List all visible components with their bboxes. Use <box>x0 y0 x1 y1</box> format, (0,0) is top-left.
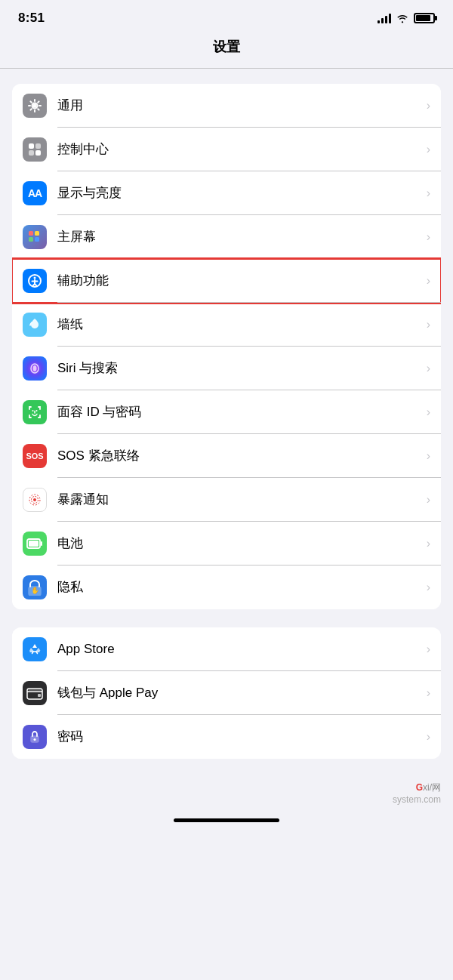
faceid-chevron: › <box>427 405 430 419</box>
faceid-label: 面容 ID 与密码 <box>57 403 422 421</box>
settings-item-exposure[interactable]: 暴露通知 › <box>12 478 441 522</box>
home-screen-label: 主屏幕 <box>57 228 422 245</box>
svg-rect-5 <box>35 150 41 156</box>
home-screen-chevron: › <box>427 230 430 244</box>
privacy-label: 隐私 <box>57 578 422 596</box>
battery-label: 电池 <box>57 535 422 552</box>
settings-item-wallpaper[interactable]: 墙纸 › <box>12 303 441 347</box>
wallet-icon <box>23 681 47 705</box>
settings-item-sos[interactable]: SOS SOS 紧急联络 › <box>12 434 441 478</box>
passwords-chevron: › <box>427 730 430 744</box>
sos-label: SOS 紧急联络 <box>57 447 422 464</box>
settings-group-1: 通用 › 控制中心 › AA 显示与亮度 › <box>12 84 441 609</box>
settings-item-siri[interactable]: Siri 与搜索 › <box>12 347 441 390</box>
general-chevron: › <box>427 99 430 112</box>
exposure-icon <box>23 488 47 512</box>
svg-rect-2 <box>29 143 34 149</box>
settings-item-display[interactable]: AA 显示与亮度 › <box>12 171 441 215</box>
siri-label: Siri 与搜索 <box>57 359 422 377</box>
sos-chevron: › <box>427 449 430 463</box>
svg-point-0 <box>33 103 37 107</box>
watermark: Gxi/网 system.com <box>393 781 441 805</box>
privacy-chevron: › <box>427 581 430 594</box>
general-icon <box>23 94 47 118</box>
status-time: 8:51 <box>18 11 45 26</box>
signal-icon <box>378 13 391 23</box>
wallet-label: 钱包与 Apple Pay <box>57 684 422 701</box>
accessibility-label: 辅助功能 <box>57 272 422 289</box>
svg-rect-25 <box>41 541 42 546</box>
wifi-icon <box>396 13 409 23</box>
svg-point-20 <box>33 498 36 501</box>
svg-point-17 <box>33 365 37 371</box>
privacy-icon: ✋ <box>23 575 47 599</box>
svg-rect-7 <box>35 231 39 236</box>
status-bar: 8:51 <box>0 0 453 30</box>
sos-icon: SOS <box>23 444 47 468</box>
wallet-chevron: › <box>427 686 430 700</box>
settings-item-wallet[interactable]: 钱包与 Apple Pay › <box>12 671 441 715</box>
accessibility-icon <box>23 269 47 293</box>
svg-point-11 <box>34 276 36 279</box>
display-chevron: › <box>427 186 430 200</box>
control-center-icon <box>23 137 47 162</box>
page-title: 设置 <box>0 30 453 68</box>
wallpaper-chevron: › <box>427 318 430 331</box>
exposure-chevron: › <box>427 493 430 507</box>
passwords-label: 密码 <box>57 728 422 745</box>
battery-settings-icon <box>23 532 47 556</box>
wallpaper-label: 墙纸 <box>57 316 422 333</box>
settings-item-general[interactable]: 通用 › <box>12 84 441 128</box>
display-label: 显示与亮度 <box>57 184 422 202</box>
settings-item-battery[interactable]: 电池 › <box>12 522 441 566</box>
svg-rect-29 <box>38 694 41 697</box>
svg-rect-9 <box>35 237 39 242</box>
settings-group-2: App Store › 钱包与 Apple Pay › 密码 › <box>12 627 441 759</box>
svg-rect-8 <box>29 237 33 242</box>
control-center-label: 控制中心 <box>57 140 422 158</box>
settings-item-control-center[interactable]: 控制中心 › <box>12 128 441 171</box>
faceid-icon <box>23 400 47 424</box>
home-screen-icon <box>23 225 47 249</box>
appstore-chevron: › <box>427 643 430 656</box>
svg-point-19 <box>36 410 38 411</box>
settings-item-appstore[interactable]: App Store › <box>12 627 441 671</box>
siri-icon <box>23 356 47 381</box>
display-icon: AA <box>23 181 47 205</box>
settings-item-accessibility[interactable]: 辅助功能 › <box>12 259 441 303</box>
home-indicator <box>174 818 279 822</box>
appstore-icon <box>23 637 47 661</box>
exposure-label: 暴露通知 <box>57 491 422 508</box>
status-icons <box>378 13 435 23</box>
svg-rect-24 <box>29 541 39 547</box>
control-center-chevron: › <box>427 143 430 156</box>
svg-point-31 <box>34 738 36 741</box>
wallpaper-icon <box>23 313 47 337</box>
settings-item-home-screen[interactable]: 主屏幕 › <box>12 215 441 259</box>
settings-item-faceid[interactable]: 面容 ID 与密码 › <box>12 390 441 434</box>
svg-text:✋: ✋ <box>31 586 40 595</box>
svg-rect-3 <box>35 143 41 149</box>
general-label: 通用 <box>57 97 422 114</box>
appstore-label: App Store <box>57 642 422 657</box>
settings-item-passwords[interactable]: 密码 › <box>12 715 441 759</box>
battery-icon <box>414 13 435 23</box>
settings-item-privacy[interactable]: ✋ 隐私 › <box>12 566 441 609</box>
svg-rect-4 <box>29 150 34 156</box>
battery-chevron: › <box>427 537 430 550</box>
svg-line-15 <box>35 284 37 286</box>
svg-point-18 <box>32 410 34 411</box>
siri-chevron: › <box>427 362 430 375</box>
accessibility-chevron: › <box>427 274 430 288</box>
svg-rect-6 <box>29 231 33 236</box>
passwords-icon <box>23 725 47 749</box>
